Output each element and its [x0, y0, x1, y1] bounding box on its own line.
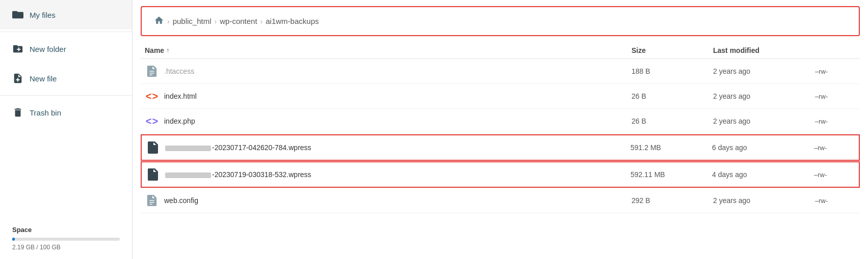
php-icon: < > — [145, 114, 159, 128]
file-size: 592.11 MB — [630, 170, 712, 179]
space-bar-fill — [12, 238, 15, 241]
file-name-cell: < > index.html — [145, 89, 632, 103]
file-modified: 2 years ago — [713, 117, 815, 125]
breadcrumb-sep-1: › — [167, 17, 170, 25]
file-modified: 4 days ago — [712, 170, 814, 179]
breadcrumb: › public_html › wp-content › ai1wm-backu… — [141, 6, 860, 36]
config-file-icon — [145, 193, 159, 208]
file-size: 26 B — [632, 117, 713, 125]
sidebar-divider-1 — [0, 32, 132, 32]
file-name: index.php — [164, 117, 195, 125]
file-size: 591.2 MB — [630, 143, 712, 152]
file-name-cell: web.config — [145, 193, 632, 208]
table-header: Name ↑ Size Last modified — [141, 40, 860, 59]
sidebar-item-new-file[interactable]: New file — [0, 64, 132, 93]
wpress-file-icon — [146, 140, 160, 155]
breadcrumb-item-ai1wm-backups[interactable]: ai1wm-backups — [266, 17, 319, 25]
file-table: Name ↑ Size Last modified .htaccess — [133, 36, 868, 259]
breadcrumb-sep-2: › — [215, 17, 217, 25]
file-name: index.html — [164, 92, 197, 100]
sidebar-item-new-folder[interactable]: New folder — [0, 34, 132, 64]
file-perms: –rw- — [814, 144, 855, 152]
space-label: Space — [12, 226, 120, 234]
folder-icon — [12, 9, 23, 20]
sidebar-item-trash-bin-label: Trash bin — [30, 108, 61, 117]
breadcrumb-item-public-html[interactable]: public_html — [173, 17, 212, 25]
redacted-name — [165, 146, 211, 151]
col-header-size[interactable]: Size — [632, 46, 713, 54]
file-size: 26 B — [632, 92, 713, 100]
space-section: Space 2.19 GB / 100 GB — [0, 218, 132, 259]
table-row[interactable]: .htaccess 188 B 2 years ago –rw- — [141, 59, 860, 84]
sidebar-item-my-files[interactable]: My files — [0, 0, 132, 30]
file-name: -20230719-030318-532.wpress — [165, 170, 311, 179]
sidebar-item-new-folder-label: New folder — [30, 45, 66, 53]
redacted-name — [165, 172, 211, 178]
sidebar-divider-2 — [0, 95, 132, 96]
file-name-cell: -20230719-030318-532.wpress — [146, 167, 630, 182]
sidebar-item-my-files-label: My files — [30, 11, 56, 19]
file-name-cell: .htaccess — [145, 64, 632, 78]
wpress-file-icon — [146, 167, 160, 182]
table-row[interactable]: < > index.html 26 B 2 years ago –rw- — [141, 84, 860, 109]
file-perms: –rw- — [815, 197, 856, 205]
space-bar-background — [12, 238, 120, 241]
new-file-icon — [12, 73, 23, 84]
col-header-name[interactable]: Name ↑ — [145, 46, 632, 54]
file-name-cell: -20230717-042620-784.wpress — [146, 140, 630, 155]
table-row[interactable]: -20230717-042620-784.wpress 591.2 MB 6 d… — [141, 134, 860, 161]
file-name-cell: < > index.php — [145, 114, 632, 128]
file-modified: 2 years ago — [713, 92, 815, 100]
file-modified: 2 years ago — [713, 196, 815, 205]
file-name: web.config — [164, 196, 198, 205]
col-header-perms — [815, 46, 856, 54]
file-modified: 2 years ago — [713, 67, 815, 75]
new-folder-icon — [12, 43, 23, 54]
breadcrumb-item-wp-content[interactable]: wp-content — [220, 17, 257, 25]
home-icon[interactable] — [154, 15, 164, 27]
sort-arrow-icon: ↑ — [166, 47, 169, 54]
file-perms: –rw- — [815, 93, 856, 100]
file-icon — [145, 64, 159, 78]
file-name: -20230717-042620-784.wpress — [165, 143, 311, 152]
table-row[interactable]: -20230719-030318-532.wpress 592.11 MB 4 … — [141, 161, 860, 188]
file-perms: –rw- — [815, 68, 856, 75]
breadcrumb-sep-3: › — [260, 17, 263, 25]
file-modified: 6 days ago — [712, 143, 814, 152]
file-size: 292 B — [632, 196, 713, 205]
file-size: 188 B — [632, 67, 713, 75]
col-header-modified[interactable]: Last modified — [713, 46, 815, 54]
file-name: .htaccess — [164, 67, 194, 75]
main-content: › public_html › wp-content › ai1wm-backu… — [133, 0, 868, 259]
sidebar-item-new-file-label: New file — [30, 74, 57, 83]
file-perms: –rw- — [814, 171, 855, 179]
sidebar: My files New folder New file Trash bin S… — [0, 0, 133, 259]
trash-icon — [12, 107, 23, 118]
space-usage-text: 2.19 GB / 100 GB — [12, 244, 120, 251]
sidebar-item-trash-bin[interactable]: Trash bin — [0, 98, 132, 127]
html-icon: < > — [145, 89, 159, 103]
table-row[interactable]: web.config 292 B 2 years ago –rw- — [141, 188, 860, 213]
table-row[interactable]: < > index.php 26 B 2 years ago –rw- — [141, 109, 860, 134]
file-perms: –rw- — [815, 118, 856, 125]
